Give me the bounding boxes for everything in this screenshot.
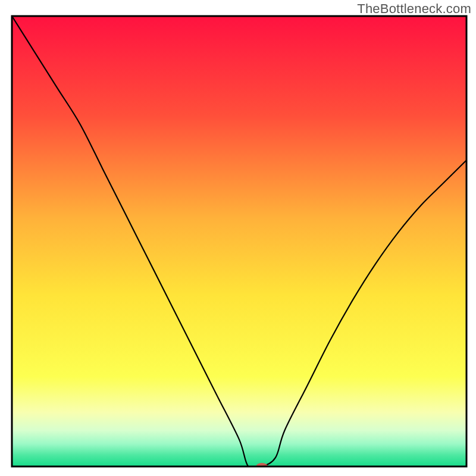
bottleneck-chart bbox=[0, 0, 476, 476]
chart-frame: TheBottleneck.com bbox=[0, 0, 476, 476]
plot-background-gradient bbox=[12, 16, 466, 466]
watermark-text: TheBottleneck.com bbox=[357, 1, 471, 17]
